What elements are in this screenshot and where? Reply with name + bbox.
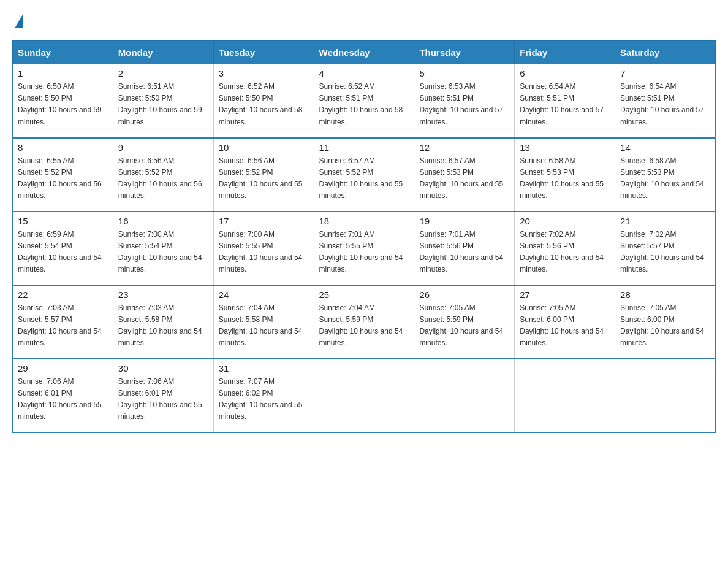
day-number: 6 [520, 68, 610, 79]
day-info: Sunrise: 7:03 AMSunset: 5:57 PMDaylight:… [18, 302, 108, 350]
day-info: Sunrise: 6:58 AMSunset: 5:53 PMDaylight:… [620, 155, 710, 202]
header-tuesday: Tuesday [213, 41, 314, 64]
calendar-cell: 18Sunrise: 7:01 AMSunset: 5:55 PMDayligh… [314, 212, 414, 285]
header-wednesday: Wednesday [314, 41, 414, 64]
calendar-cell: 12Sunrise: 6:57 AMSunset: 5:53 PMDayligh… [414, 138, 515, 212]
calendar-cell: 29Sunrise: 7:06 AMSunset: 6:01 PMDayligh… [13, 359, 113, 432]
day-number: 10 [219, 142, 309, 153]
day-info: Sunrise: 7:03 AMSunset: 5:58 PMDaylight:… [118, 302, 208, 350]
day-info: Sunrise: 7:04 AMSunset: 5:58 PMDaylight:… [219, 302, 309, 350]
day-number: 23 [118, 289, 208, 300]
calendar-table: SundayMondayTuesdayWednesdayThursdayFrid… [12, 40, 716, 433]
header-monday: Monday [113, 41, 213, 64]
day-number: 5 [419, 68, 509, 79]
calendar-cell: 21Sunrise: 7:02 AMSunset: 5:57 PMDayligh… [615, 212, 716, 285]
day-info: Sunrise: 6:57 AMSunset: 5:53 PMDaylight:… [419, 155, 509, 202]
day-info: Sunrise: 7:05 AMSunset: 5:59 PMDaylight:… [419, 302, 509, 350]
day-info: Sunrise: 7:00 AMSunset: 5:55 PMDaylight:… [219, 229, 309, 276]
calendar-cell: 1Sunrise: 6:50 AMSunset: 5:50 PMDaylight… [13, 64, 113, 138]
calendar-cell: 23Sunrise: 7:03 AMSunset: 5:58 PMDayligh… [113, 285, 213, 359]
calendar-cell: 16Sunrise: 7:00 AMSunset: 5:54 PMDayligh… [113, 212, 213, 285]
day-number: 16 [118, 216, 208, 226]
day-number: 29 [18, 363, 108, 373]
day-number: 27 [520, 289, 610, 300]
calendar-cell: 8Sunrise: 6:55 AMSunset: 5:52 PMDaylight… [13, 138, 113, 212]
calendar-cell: 14Sunrise: 6:58 AMSunset: 5:53 PMDayligh… [615, 138, 716, 212]
day-info: Sunrise: 6:54 AMSunset: 5:51 PMDaylight:… [520, 81, 610, 128]
calendar-cell: 25Sunrise: 7:04 AMSunset: 5:59 PMDayligh… [314, 285, 414, 359]
day-info: Sunrise: 6:57 AMSunset: 5:52 PMDaylight:… [319, 155, 409, 202]
day-number: 2 [118, 68, 208, 79]
calendar-cell: 28Sunrise: 7:05 AMSunset: 6:00 PMDayligh… [615, 285, 716, 359]
logo-text [12, 12, 23, 28]
calendar-cell: 7Sunrise: 6:54 AMSunset: 5:51 PMDaylight… [615, 64, 716, 138]
calendar-cell: 17Sunrise: 7:00 AMSunset: 5:55 PMDayligh… [213, 212, 314, 285]
header-thursday: Thursday [414, 41, 515, 64]
day-number: 13 [520, 142, 610, 153]
day-number: 11 [319, 142, 409, 153]
calendar-cell: 11Sunrise: 6:57 AMSunset: 5:52 PMDayligh… [314, 138, 414, 212]
day-number: 24 [219, 289, 309, 300]
day-number: 4 [319, 68, 409, 79]
calendar-cell: 4Sunrise: 6:52 AMSunset: 5:51 PMDaylight… [314, 64, 414, 138]
day-info: Sunrise: 7:01 AMSunset: 5:55 PMDaylight:… [319, 229, 409, 276]
calendar-cell: 13Sunrise: 6:58 AMSunset: 5:53 PMDayligh… [515, 138, 615, 212]
day-number: 9 [118, 142, 208, 153]
header-saturday: Saturday [615, 41, 716, 64]
day-number: 7 [620, 68, 710, 79]
day-info: Sunrise: 7:02 AMSunset: 5:56 PMDaylight:… [520, 229, 610, 276]
calendar-week-row: 22Sunrise: 7:03 AMSunset: 5:57 PMDayligh… [13, 285, 716, 359]
calendar-cell: 24Sunrise: 7:04 AMSunset: 5:58 PMDayligh… [213, 285, 314, 359]
calendar-week-row: 1Sunrise: 6:50 AMSunset: 5:50 PMDaylight… [13, 64, 716, 138]
calendar-cell: 2Sunrise: 6:51 AMSunset: 5:50 PMDaylight… [113, 64, 213, 138]
day-info: Sunrise: 6:58 AMSunset: 5:53 PMDaylight:… [520, 155, 610, 202]
page-header [12, 12, 716, 28]
day-info: Sunrise: 6:55 AMSunset: 5:52 PMDaylight:… [18, 155, 108, 202]
day-number: 8 [18, 142, 108, 153]
logo [12, 12, 23, 28]
header-friday: Friday [515, 41, 615, 64]
calendar-cell: 5Sunrise: 6:53 AMSunset: 5:51 PMDaylight… [414, 64, 515, 138]
day-info: Sunrise: 7:02 AMSunset: 5:57 PMDaylight:… [620, 229, 710, 276]
calendar-cell: 22Sunrise: 7:03 AMSunset: 5:57 PMDayligh… [13, 285, 113, 359]
day-info: Sunrise: 6:53 AMSunset: 5:51 PMDaylight:… [419, 81, 509, 128]
day-info: Sunrise: 6:54 AMSunset: 5:51 PMDaylight:… [620, 81, 710, 128]
calendar-cell: 31Sunrise: 7:07 AMSunset: 6:02 PMDayligh… [213, 359, 314, 432]
calendar-cell [414, 359, 515, 432]
calendar-cell: 27Sunrise: 7:05 AMSunset: 6:00 PMDayligh… [515, 285, 615, 359]
day-number: 28 [620, 289, 710, 300]
calendar-week-row: 8Sunrise: 6:55 AMSunset: 5:52 PMDaylight… [13, 138, 716, 212]
day-number: 12 [419, 142, 509, 153]
calendar-week-row: 15Sunrise: 6:59 AMSunset: 5:54 PMDayligh… [13, 212, 716, 285]
day-number: 3 [219, 68, 309, 79]
day-number: 30 [118, 363, 208, 373]
logo-triangle-icon [15, 13, 23, 28]
day-info: Sunrise: 7:06 AMSunset: 6:01 PMDaylight:… [118, 376, 208, 423]
calendar-cell: 10Sunrise: 6:56 AMSunset: 5:52 PMDayligh… [213, 138, 314, 212]
day-info: Sunrise: 6:51 AMSunset: 5:50 PMDaylight:… [118, 81, 208, 128]
day-number: 1 [18, 68, 108, 79]
day-info: Sunrise: 7:04 AMSunset: 5:59 PMDaylight:… [319, 302, 409, 350]
calendar-cell: 20Sunrise: 7:02 AMSunset: 5:56 PMDayligh… [515, 212, 615, 285]
day-info: Sunrise: 7:05 AMSunset: 6:00 PMDaylight:… [520, 302, 610, 350]
calendar-cell [314, 359, 414, 432]
calendar-cell [515, 359, 615, 432]
day-number: 22 [18, 289, 108, 300]
day-number: 15 [18, 216, 108, 226]
calendar-cell: 15Sunrise: 6:59 AMSunset: 5:54 PMDayligh… [13, 212, 113, 285]
calendar-cell: 9Sunrise: 6:56 AMSunset: 5:52 PMDaylight… [113, 138, 213, 212]
day-number: 26 [419, 289, 509, 300]
calendar-cell: 26Sunrise: 7:05 AMSunset: 5:59 PMDayligh… [414, 285, 515, 359]
header-sunday: Sunday [13, 41, 113, 64]
day-info: Sunrise: 7:07 AMSunset: 6:02 PMDaylight:… [219, 376, 309, 423]
calendar-cell: 6Sunrise: 6:54 AMSunset: 5:51 PMDaylight… [515, 64, 615, 138]
day-info: Sunrise: 6:52 AMSunset: 5:51 PMDaylight:… [319, 81, 409, 128]
day-info: Sunrise: 6:59 AMSunset: 5:54 PMDaylight:… [18, 229, 108, 276]
day-info: Sunrise: 7:05 AMSunset: 6:00 PMDaylight:… [620, 302, 710, 350]
day-info: Sunrise: 7:06 AMSunset: 6:01 PMDaylight:… [18, 376, 108, 423]
calendar-week-row: 29Sunrise: 7:06 AMSunset: 6:01 PMDayligh… [13, 359, 716, 432]
day-info: Sunrise: 6:56 AMSunset: 5:52 PMDaylight:… [118, 155, 208, 202]
calendar-header-row: SundayMondayTuesdayWednesdayThursdayFrid… [13, 41, 716, 64]
day-number: 20 [520, 216, 610, 226]
day-info: Sunrise: 6:56 AMSunset: 5:52 PMDaylight:… [219, 155, 309, 202]
